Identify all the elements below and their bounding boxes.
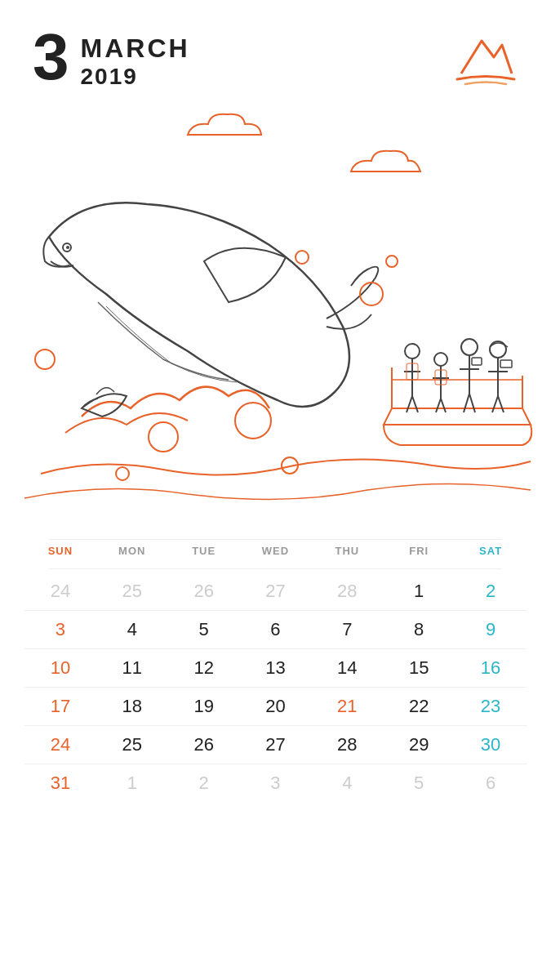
cal-cell: 3 xyxy=(24,611,96,648)
cal-cell: 15 xyxy=(383,649,455,687)
cal-cell: 30 xyxy=(455,726,527,764)
calendar-grid: 2425262728123456789101112131415161718192… xyxy=(24,572,527,802)
cal-cell: 3 xyxy=(240,764,312,802)
cal-cell: 2 xyxy=(168,764,240,802)
svg-line-16 xyxy=(407,396,412,412)
logo-icon xyxy=(453,29,518,86)
cal-cell: 8 xyxy=(383,611,455,648)
cal-cell: 21 xyxy=(311,688,383,725)
svg-line-33 xyxy=(498,396,504,412)
cal-cell: 2 xyxy=(455,572,527,610)
calendar: SUN MON TUE WED THU FRI SAT 242526272812… xyxy=(0,523,551,810)
illustration xyxy=(0,98,551,523)
cal-cell: 7 xyxy=(311,611,383,648)
cal-cell: 17 xyxy=(24,688,96,725)
cal-cell: 28 xyxy=(311,726,383,764)
month-text: MARCH 2019 xyxy=(69,27,190,90)
svg-rect-34 xyxy=(500,360,512,368)
cal-cell: 14 xyxy=(311,649,383,687)
cal-cell: 26 xyxy=(168,726,240,764)
calendar-header: SUN MON TUE WED THU FRI SAT xyxy=(24,540,527,562)
svg-point-1 xyxy=(66,246,69,249)
divider-mid xyxy=(49,568,502,569)
day-label-wed: WED xyxy=(240,540,312,562)
cal-cell: 22 xyxy=(383,688,455,725)
day-label-tue: TUE xyxy=(168,540,240,562)
cal-cell: 5 xyxy=(383,764,455,802)
cal-cell: 9 xyxy=(455,611,527,648)
month-name: MARCH xyxy=(81,33,190,64)
cal-cell: 4 xyxy=(96,611,168,648)
svg-rect-28 xyxy=(472,358,482,365)
svg-point-3 xyxy=(149,422,178,452)
svg-point-9 xyxy=(116,467,129,480)
cal-cell: 6 xyxy=(240,611,312,648)
cal-cell: 29 xyxy=(383,726,455,764)
day-label-mon: MON xyxy=(96,540,168,562)
month-number: 3 xyxy=(33,24,69,90)
cal-cell: 16 xyxy=(455,649,527,687)
svg-line-27 xyxy=(469,394,475,412)
cal-cell: 24 xyxy=(24,726,96,764)
cal-cell: 5 xyxy=(168,611,240,648)
day-label-fri: FRI xyxy=(383,540,455,562)
cal-cell: 26 xyxy=(168,572,240,610)
svg-point-4 xyxy=(235,403,271,439)
year: 2019 xyxy=(81,64,190,90)
cal-cell: 19 xyxy=(168,688,240,725)
cal-cell: 24 xyxy=(24,572,96,610)
cal-cell: 31 xyxy=(24,764,96,802)
header: 3 MARCH 2019 xyxy=(0,0,551,98)
cal-cell: 18 xyxy=(96,688,168,725)
svg-line-22 xyxy=(441,399,446,412)
cal-cell: 25 xyxy=(96,572,168,610)
cal-cell: 27 xyxy=(240,726,312,764)
svg-point-18 xyxy=(434,353,447,366)
svg-line-32 xyxy=(492,396,498,412)
day-label-sat: SAT xyxy=(455,540,527,562)
day-label-sun: SUN xyxy=(24,540,96,562)
cal-cell: 28 xyxy=(311,572,383,610)
day-label-thu: THU xyxy=(311,540,383,562)
cal-cell: 4 xyxy=(311,764,383,802)
page: 3 MARCH 2019 xyxy=(0,0,551,980)
cal-cell: 10 xyxy=(24,649,96,687)
cal-cell: 27 xyxy=(240,572,312,610)
svg-point-2 xyxy=(35,350,55,369)
cal-cell: 20 xyxy=(240,688,312,725)
cal-cell: 1 xyxy=(383,572,455,610)
cal-cell: 12 xyxy=(168,649,240,687)
cal-cell: 25 xyxy=(96,726,168,764)
svg-line-26 xyxy=(464,394,469,412)
cal-cell: 23 xyxy=(455,688,527,725)
svg-point-7 xyxy=(360,283,383,305)
cal-cell: 11 xyxy=(96,649,168,687)
svg-line-21 xyxy=(436,399,441,412)
svg-line-17 xyxy=(412,396,418,412)
svg-point-23 xyxy=(461,339,478,355)
cal-cell: 1 xyxy=(96,764,168,802)
svg-point-6 xyxy=(295,251,309,264)
cal-cell: 13 xyxy=(240,649,312,687)
cal-cell: 6 xyxy=(455,764,527,802)
svg-point-13 xyxy=(405,344,420,359)
svg-point-8 xyxy=(386,256,398,267)
